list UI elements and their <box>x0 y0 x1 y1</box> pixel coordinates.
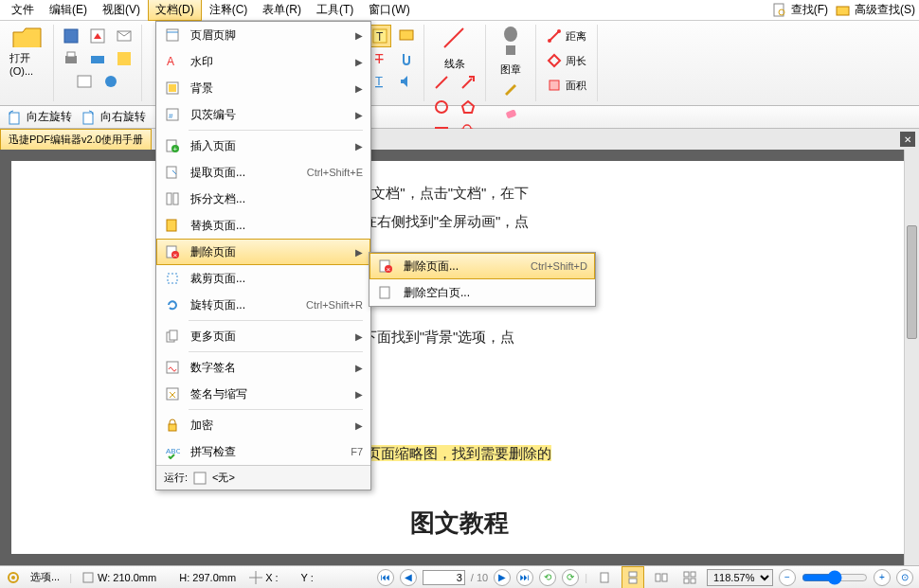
svg-rect-4 <box>91 29 104 43</box>
zoom-percent-select[interactable]: 118.57% <box>707 569 773 586</box>
menu-encrypt[interactable]: 加密▶ <box>156 412 370 438</box>
text-tool-2[interactable]: T <box>369 25 391 47</box>
distance-button[interactable]: 距离 <box>542 25 591 47</box>
svg-point-82 <box>11 576 15 579</box>
open-label: 打开(O)... <box>9 51 47 77</box>
menu-view[interactable]: 视图(V) <box>95 0 148 21</box>
zoom-slider[interactable] <box>802 570 868 585</box>
svg-rect-92 <box>691 572 695 577</box>
menu-annotate[interactable]: 注释(C) <box>202 0 256 21</box>
svg-text:T: T <box>376 30 384 44</box>
rotate-left-icon <box>6 109 23 126</box>
menu-digital-sign[interactable]: 数字签名▶ <box>156 354 370 381</box>
svg-rect-57 <box>167 109 178 120</box>
document-page: 然后在软件界面找到"文档"，点击"文档"，在下 移动到"更多页面"，在右侧找到"… <box>11 161 908 554</box>
save-button[interactable] <box>60 25 82 47</box>
scan-button[interactable] <box>86 47 109 70</box>
zoom-out-circle[interactable]: − <box>779 569 796 586</box>
menu-edit[interactable]: 编辑(E) <box>42 0 95 21</box>
adv-find-button[interactable]: 高级查找(S) <box>836 2 915 18</box>
menu-split-doc[interactable]: 拆分文档... <box>156 186 370 212</box>
convert-button[interactable] <box>86 25 109 47</box>
cursor-y: Y : <box>282 572 317 583</box>
svg-rect-27 <box>373 29 387 43</box>
menu-extract-page[interactable]: 提取页面...Ctrl+Shift+E <box>156 159 370 186</box>
menu-form[interactable]: 表单(R) <box>255 0 309 21</box>
arrow-button[interactable] <box>457 71 479 94</box>
menu-header-footer[interactable]: 页眉页脚▶ <box>156 22 370 48</box>
attach-tool[interactable] <box>395 47 418 70</box>
view-facing-cont-button[interactable] <box>678 566 701 589</box>
note-tool[interactable] <box>395 25 418 47</box>
page-heading: 图文教程 <box>11 500 908 546</box>
tab-close-button[interactable]: ✕ <box>900 132 915 147</box>
undo-button[interactable] <box>73 70 96 93</box>
svg-text:T: T <box>375 51 384 66</box>
view-cont-button[interactable] <box>622 566 644 589</box>
menu-bates[interactable]: #贝茨编号▶ <box>156 101 370 128</box>
rotate-left-button[interactable]: 向左旋转 <box>6 109 72 126</box>
perimeter-button[interactable]: 周长 <box>542 49 591 72</box>
area-button[interactable]: 面积 <box>542 74 591 97</box>
first-page-button[interactable]: ⏮ <box>377 569 394 586</box>
menu-crop-page[interactable]: 裁剪页面... <box>156 265 370 292</box>
menu-spellcheck[interactable]: ABC拼写检查F7 <box>156 438 370 465</box>
submenu-delete-blank[interactable]: 删除空白页... <box>369 279 595 306</box>
next-page-button[interactable]: ▶ <box>494 569 511 586</box>
menu-rotate-page[interactable]: 旋转页面...Ctrl+Shift+R <box>156 292 370 318</box>
page-height: H: 297.0mm <box>160 572 240 583</box>
zoom-fit-circle[interactable]: ⊙ <box>896 569 913 586</box>
view-single-button[interactable] <box>593 566 616 589</box>
strike-tool[interactable]: T <box>369 47 391 70</box>
svg-point-47 <box>557 29 561 33</box>
open-button[interactable]: 打开(O)... <box>9 25 47 77</box>
email-button[interactable] <box>113 25 135 47</box>
menu-file[interactable]: 文件 <box>4 0 42 21</box>
line-button[interactable] <box>430 71 453 94</box>
print-button[interactable] <box>60 47 82 70</box>
vertical-scrollbar[interactable] <box>904 150 919 565</box>
stamp-button[interactable]: 图章 <box>492 25 530 77</box>
svg-line-38 <box>462 79 472 88</box>
scrollbar-thumb[interactable] <box>907 225 917 339</box>
underline-tool[interactable]: T <box>369 70 391 93</box>
pencil-button[interactable] <box>499 77 522 99</box>
gear-icon[interactable] <box>6 570 21 585</box>
menu-document[interactable]: 文档(D) <box>148 0 202 21</box>
svg-rect-56 <box>169 84 176 92</box>
view-facing-button[interactable] <box>650 566 673 589</box>
sound-tool[interactable] <box>395 70 418 93</box>
zoom-in-circle[interactable]: + <box>874 569 891 586</box>
svg-rect-0 <box>774 4 784 16</box>
menu-insert-page[interactable]: +插入页面▶ <box>156 133 370 159</box>
more-2-button[interactable] <box>99 70 122 93</box>
submenu-delete-pages[interactable]: ×删除页面...Ctrl+Shift+D <box>369 253 595 279</box>
tab-bar: 迅捷PDF编辑器v2.0使用手册 ✕ <box>0 129 919 150</box>
options-button[interactable]: 选项... <box>27 570 63 584</box>
document-tab[interactable]: 迅捷PDF编辑器v2.0使用手册 <box>0 129 152 150</box>
nav-back-button[interactable]: ⟲ <box>539 569 556 586</box>
menu-window[interactable]: 窗口(W) <box>361 0 417 21</box>
svg-rect-80 <box>380 287 389 298</box>
menu-more-pages[interactable]: 更多页面▶ <box>156 323 370 349</box>
eraser-button[interactable] <box>499 101 522 124</box>
svg-point-78 <box>385 265 392 273</box>
find-button[interactable]: 查找(F) <box>772 2 828 18</box>
menu-background[interactable]: 背景▶ <box>156 75 370 101</box>
svg-rect-70 <box>167 332 174 342</box>
nav-fwd-button[interactable]: ⟳ <box>562 569 579 586</box>
more-1-button[interactable] <box>113 47 135 70</box>
lines-button[interactable]: 线条 <box>436 25 474 71</box>
page-number-input[interactable] <box>423 570 465 585</box>
menu-sign-initials[interactable]: 签名与缩写▶ <box>156 381 370 407</box>
menu-watermark[interactable]: A水印▶ <box>156 48 370 75</box>
menu-tools[interactable]: 工具(T) <box>309 0 361 21</box>
lines-label: 线条 <box>444 57 465 71</box>
menu-replace-page[interactable]: 替换页面... <box>156 212 370 239</box>
last-page-button[interactable]: ⏭ <box>516 569 533 586</box>
menu-delete-page[interactable]: ×删除页面▶ <box>156 239 370 265</box>
rotate-right-button[interactable]: 向右旋转 <box>80 109 146 126</box>
prev-page-button[interactable]: ◀ <box>400 569 417 586</box>
polygon-button[interactable] <box>457 96 479 118</box>
circle-button[interactable] <box>430 96 453 118</box>
